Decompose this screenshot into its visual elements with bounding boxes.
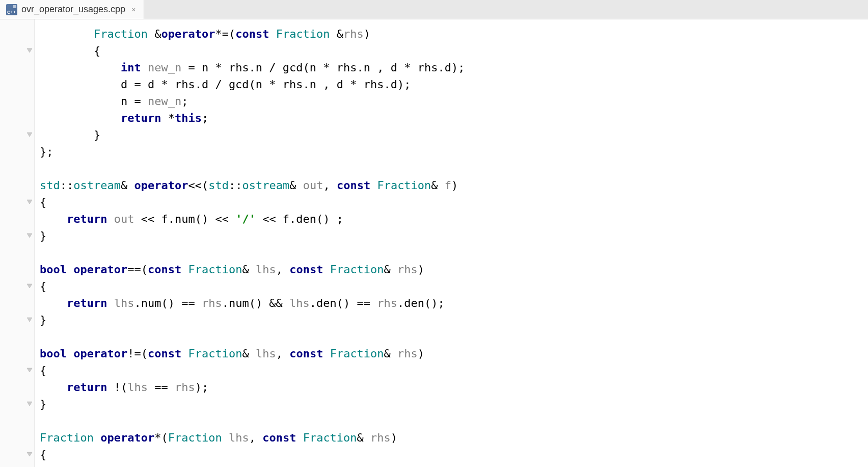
code-editor[interactable]: Fraction &operator*=(const Fraction &rhs…: [35, 19, 868, 467]
fold-marker-icon[interactable]: [26, 400, 33, 407]
fold-marker-icon[interactable]: [26, 47, 33, 54]
fold-marker-icon[interactable]: [26, 451, 33, 458]
fold-marker-icon[interactable]: [26, 367, 33, 374]
close-tab-button[interactable]: ×: [129, 5, 138, 15]
cpp-file-icon: C++: [6, 4, 17, 15]
fold-marker-icon[interactable]: [26, 232, 33, 239]
tab-bar: C++ ovr_operator_usages.cpp ×: [0, 0, 868, 19]
tab-filename: ovr_operator_usages.cpp: [21, 4, 125, 15]
fold-marker-icon[interactable]: [26, 282, 33, 290]
editor-container: Fraction &operator*=(const Fraction &rhs…: [0, 19, 868, 467]
editor-tab[interactable]: C++ ovr_operator_usages.cpp ×: [0, 0, 144, 19]
fold-marker-icon[interactable]: [26, 316, 33, 323]
gutter: [0, 19, 35, 467]
fold-marker-icon[interactable]: [26, 198, 33, 205]
fold-marker-icon[interactable]: [26, 131, 33, 138]
